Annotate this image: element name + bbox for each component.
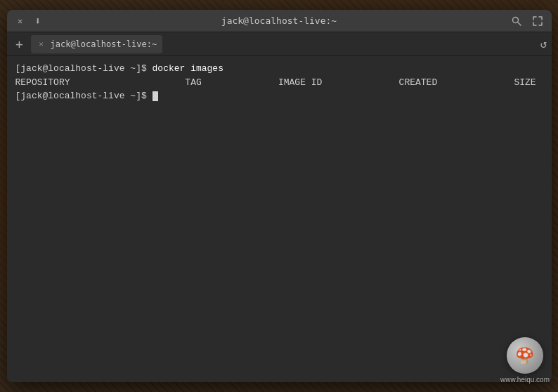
command-1: docker images — [153, 63, 223, 74]
fullscreen-icon[interactable] — [531, 14, 545, 28]
title-bar-right — [510, 14, 545, 28]
command-line-2: [jack@localhost-live ~]$ — [15, 89, 543, 103]
command-line-1: [jack@localhost-live ~]$ docker images — [15, 62, 543, 76]
window-close-button[interactable]: ✕ — [14, 15, 27, 27]
terminal-body[interactable]: [jack@localhost-live ~]$ docker images R… — [7, 56, 552, 382]
search-icon[interactable] — [510, 14, 524, 28]
tab-item[interactable]: ✕ jack@localhost-live:~ — [31, 35, 163, 53]
col-repository: REPOSITORY — [15, 77, 70, 88]
col-size: SIZE — [437, 77, 536, 88]
col-created: CREATED — [322, 77, 437, 88]
prompt-1: [jack@localhost-live ~]$ — [15, 63, 153, 74]
watermark-site: www.heiqu.com — [500, 376, 550, 384]
prompt-2: [jack@localhost-live ~]$ — [15, 91, 153, 101]
watermark: 🍄 www.heiqu.com — [500, 337, 550, 384]
svg-line-1 — [518, 22, 521, 25]
col-image-id: IMAGE ID — [202, 77, 323, 88]
title-bar: ✕ ⬇ jack@localhost-live:~ — [7, 10, 552, 32]
mushroom-icon: 🍄 — [515, 347, 534, 365]
new-tab-button[interactable]: + — [11, 36, 28, 53]
tabs-bar: + ✕ jack@localhost-live:~ ↺ — [7, 32, 552, 56]
cursor — [153, 91, 158, 101]
col-tag: TAG — [70, 77, 202, 88]
history-icon[interactable]: ↺ — [540, 37, 547, 51]
svg-point-0 — [512, 17, 518, 22]
tab-close-button[interactable]: ✕ — [37, 39, 46, 49]
window-title: jack@localhost-live:~ — [221, 15, 337, 26]
tab-label: jack@localhost-live:~ — [51, 39, 157, 49]
tabs-bar-right: ↺ — [540, 37, 547, 51]
terminal-window: ✕ ⬇ jack@localhost-live:~ + — [7, 10, 552, 382]
title-bar-left: ✕ ⬇ — [14, 14, 45, 28]
header-line: REPOSITORY TAG IMAGE ID CREATED SIZE — [15, 76, 543, 90]
watermark-logo: 🍄 — [507, 337, 543, 374]
download-icon[interactable]: ⬇ — [31, 14, 45, 28]
